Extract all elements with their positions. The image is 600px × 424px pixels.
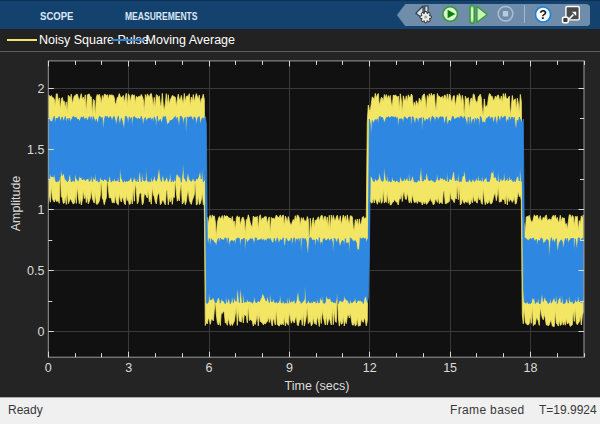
svg-text:?: ? [539,8,547,22]
svg-text:9: 9 [286,361,293,375]
svg-text:12: 12 [363,361,377,375]
svg-text:6: 6 [206,361,213,375]
svg-text:1.5: 1.5 [27,143,44,157]
svg-text:0: 0 [37,325,44,339]
svg-text:18: 18 [523,361,537,375]
svg-text:Time (secs): Time (secs) [285,379,350,393]
svg-text:3: 3 [125,361,132,375]
svg-text:2: 2 [37,82,44,96]
svg-text:Amplitude: Amplitude [9,176,23,232]
svg-text:0: 0 [45,361,52,375]
svg-text:0.5: 0.5 [27,264,44,278]
svg-text:15: 15 [443,361,457,375]
svg-text:1: 1 [37,203,44,217]
